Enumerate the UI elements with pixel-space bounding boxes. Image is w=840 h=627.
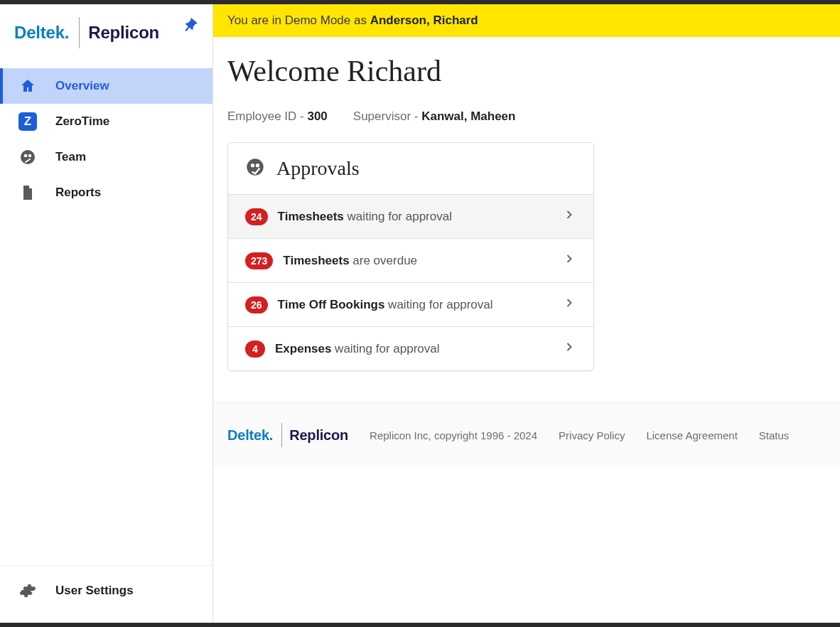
footer-privacy-link[interactable]: Privacy Policy: [559, 429, 625, 441]
sidebar-item-label: Reports: [55, 186, 101, 200]
brand-deltek: Deltek.: [227, 427, 273, 444]
demo-banner: You are in Demo Mode as Anderson, Richar…: [213, 4, 840, 37]
footer-license-link[interactable]: License Agreement: [646, 429, 737, 441]
zerotime-icon: Z: [18, 112, 37, 131]
approvals-item-expenses-waiting[interactable]: 4 Expenses waiting for approval: [228, 327, 593, 370]
chevron-right-icon: [562, 296, 576, 314]
brand-replicon: Replicon: [289, 427, 348, 444]
sidebar-bottom: User Settings: [0, 565, 212, 623]
brand-replicon: Replicon: [88, 23, 159, 43]
demo-banner-text: You are in Demo Mode as: [227, 14, 370, 27]
footer-copyright: Replicon Inc, copyright 1996 - 2024: [370, 429, 537, 441]
chevron-right-icon: [562, 208, 576, 225]
footer-status-link[interactable]: Status: [759, 429, 790, 441]
employee-id: Employee ID - 300: [227, 109, 328, 124]
sidebar-item-user-settings[interactable]: User Settings: [0, 573, 212, 609]
gear-icon: [18, 582, 37, 600]
sidebar-item-zerotime[interactable]: Z ZeroTime: [0, 104, 212, 139]
svg-point-0: [21, 150, 35, 164]
sidebar-item-label: ZeroTime: [55, 114, 109, 129]
count-badge: 273: [245, 252, 273, 269]
footer: Deltek. Replicon Replicon Inc, copyright…: [213, 402, 840, 467]
approvals-item-timeoff-waiting[interactable]: 26 Time Off Bookings waiting for approva…: [228, 283, 593, 327]
demo-banner-user: Anderson, Richard: [370, 14, 478, 27]
sidebar: Deltek. Replicon Overview Z ZeroTime: [0, 4, 213, 623]
chevron-right-icon: [562, 252, 576, 269]
svg-point-5: [256, 164, 259, 167]
brand-divider: [281, 423, 282, 447]
footer-brand: Deltek. Replicon: [227, 423, 348, 447]
sidebar-item-label: User Settings: [55, 584, 134, 598]
sidebar-item-label: Overview: [55, 79, 109, 93]
svg-point-1: [24, 154, 28, 158]
count-badge: 4: [245, 341, 265, 358]
supervisor: Supervisor - Kanwal, Maheen: [353, 109, 516, 124]
count-badge: 24: [245, 208, 268, 225]
approvals-item-text: Timesheets waiting for approval: [278, 210, 452, 224]
sidebar-item-reports[interactable]: Reports: [0, 175, 212, 210]
sidebar-item-team[interactable]: Team: [0, 139, 212, 175]
approvals-header: Approvals: [228, 143, 593, 195]
svg-point-2: [28, 154, 32, 158]
approvals-item-timesheets-overdue[interactable]: 273 Timesheets are overdue: [228, 239, 593, 283]
home-icon: [18, 77, 37, 95]
approvals-card: Approvals 24 Timesheets waiting for appr…: [227, 142, 594, 371]
main: You are in Demo Mode as Anderson, Richar…: [213, 4, 840, 623]
sidebar-item-overview[interactable]: Overview: [0, 68, 212, 104]
sidebar-item-label: Team: [55, 150, 86, 164]
svg-point-4: [251, 164, 254, 167]
brand-block: Deltek. Replicon: [0, 4, 212, 61]
content: Welcome Richard Employee ID - 300 Superv…: [213, 37, 840, 371]
employee-meta: Employee ID - 300 Supervisor - Kanwal, M…: [227, 109, 826, 124]
brand-deltek: Deltek.: [14, 23, 69, 43]
count-badge: 26: [245, 296, 268, 314]
approvals-item-text: Time Off Bookings waiting for approval: [278, 298, 493, 312]
approvals-title: Approvals: [276, 157, 360, 180]
nav: Overview Z ZeroTime Team Reports: [0, 68, 212, 565]
chevron-right-icon: [562, 340, 576, 358]
approvals-item-text: Timesheets are overdue: [283, 254, 417, 268]
reports-icon: [18, 183, 37, 202]
brand-divider: [79, 17, 80, 48]
approvals-item-text: Expenses waiting for approval: [275, 342, 440, 356]
team-icon: [18, 148, 37, 166]
approvals-icon: [245, 157, 265, 180]
pin-icon[interactable]: [181, 17, 200, 38]
approvals-item-timesheets-waiting[interactable]: 24 Timesheets waiting for approval: [228, 195, 593, 239]
page-title: Welcome Richard: [227, 54, 826, 88]
